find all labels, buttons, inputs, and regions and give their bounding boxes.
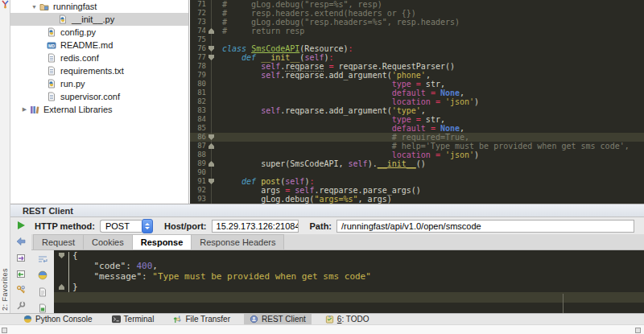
gutter-line[interactable]: 75 bbox=[190, 35, 217, 44]
tree-item-redis-conf[interactable]: redis.conf bbox=[10, 52, 188, 64]
fold-open-icon[interactable] bbox=[208, 55, 214, 60]
code-line[interactable] bbox=[68, 292, 644, 303]
code-line[interactable]: location = 'json') bbox=[217, 151, 644, 159]
fold-end-icon[interactable] bbox=[208, 28, 214, 34]
gutter-line[interactable] bbox=[54, 271, 68, 282]
gutter-line[interactable]: 89 bbox=[190, 159, 217, 168]
gutter-line[interactable]: 71 bbox=[190, 0, 217, 9]
code-line[interactable]: self.reqparse.add_argument('type', bbox=[217, 106, 644, 115]
code-line[interactable]: args = self.reqparse.parse_args() bbox=[217, 186, 644, 195]
gutter-line[interactable]: 84 bbox=[190, 115, 217, 124]
editor-code-area[interactable]: # gLog.debug("resp=%s", resp)# resp.head… bbox=[217, 0, 644, 204]
gutter-line[interactable]: 80 bbox=[190, 80, 217, 89]
response-splitter[interactable] bbox=[563, 294, 564, 313]
fold-end-icon[interactable] bbox=[208, 143, 214, 149]
code-line[interactable]: self.reqparse.add_argument('phone', bbox=[217, 71, 644, 80]
response-code-area[interactable]: {"code": 400,"message": "Type must be pr… bbox=[68, 250, 644, 313]
http-method-stepper-icon[interactable] bbox=[142, 219, 153, 233]
tree-item-supervisor-conf[interactable]: supervisor.conf bbox=[10, 90, 188, 103]
export-to-file-button[interactable] bbox=[38, 303, 48, 313]
gutter-line[interactable]: 90 bbox=[190, 168, 217, 177]
code-line[interactable]: # required=True, bbox=[217, 133, 644, 142]
code-line[interactable] bbox=[217, 35, 644, 44]
code-line[interactable]: super(SmsCodeAPI, self).__init__() bbox=[217, 159, 644, 168]
path-input[interactable]: /runningfast/api/v1.0/open/smscode bbox=[336, 220, 634, 233]
host-port-input[interactable]: 15.29.173.126:21084 bbox=[212, 220, 299, 233]
code-line[interactable]: # gLog.debug("resp.headers=%s", resp.hea… bbox=[217, 18, 644, 27]
open-in-browser-button[interactable] bbox=[38, 270, 48, 280]
gutter-line[interactable]: 81 bbox=[190, 89, 217, 97]
tab-response-headers[interactable]: Response Headers bbox=[191, 234, 284, 249]
code-line[interactable]: self.reqparse = reqparse.RequestParser() bbox=[217, 62, 644, 71]
hide-panels-icon[interactable] bbox=[635, 328, 641, 333]
code-line[interactable]: gLog.debug("args=%s", args) bbox=[217, 195, 644, 204]
toolwindow-tab-rest-client[interactable]: REST Client bbox=[244, 314, 312, 325]
tree-item-run-py[interactable]: run.py bbox=[10, 77, 188, 90]
code-line[interactable]: { bbox=[68, 250, 644, 261]
run-request-button[interactable] bbox=[16, 220, 27, 230]
settings-button[interactable] bbox=[16, 300, 27, 311]
gutter-line[interactable]: 72 bbox=[190, 9, 217, 18]
export-request-button[interactable] bbox=[16, 252, 27, 262]
soft-wrap-button[interactable] bbox=[38, 254, 48, 264]
fold-open-icon[interactable] bbox=[208, 179, 214, 184]
toolwindow-tab-6-todo[interactable]: 6: TODO bbox=[320, 314, 375, 325]
tree-item-external-libraries[interactable]: ▶External Libraries bbox=[10, 103, 188, 116]
code-line[interactable]: type = str, bbox=[217, 80, 644, 89]
tree-item-readme-md[interactable]: MDREADME.md bbox=[10, 39, 188, 52]
code-line[interactable]: # resp.headers.extend(headers or {}) bbox=[217, 9, 644, 18]
gutter-line[interactable]: 79 bbox=[190, 71, 217, 80]
code-line[interactable]: location = 'json') bbox=[217, 97, 644, 106]
code-line[interactable]: # help='Type must be provided when get s… bbox=[217, 142, 644, 151]
gutter-line[interactable]: 74 bbox=[190, 27, 217, 35]
gutter-line[interactable] bbox=[54, 292, 68, 303]
response-editor[interactable]: {"code": 400,"message": "Type must be pr… bbox=[54, 250, 644, 313]
code-line[interactable]: "code": 400, bbox=[68, 261, 644, 271]
gutter-line[interactable]: 91 bbox=[190, 177, 217, 186]
gutter-line[interactable]: 88 bbox=[190, 151, 217, 159]
collapse-arrow-icon[interactable]: ▶ bbox=[20, 106, 29, 113]
tab-response[interactable]: Response bbox=[132, 234, 192, 249]
tree-item-runningfast[interactable]: ▼runningfast bbox=[10, 0, 188, 13]
http-method-select[interactable]: POST bbox=[100, 219, 153, 233]
tree-item-requirements-txt[interactable]: requirements.txt bbox=[10, 64, 188, 77]
gutter-line[interactable]: 77 bbox=[190, 53, 217, 62]
gutter-line[interactable]: 92 bbox=[190, 186, 217, 195]
toolwindow-tab-python-console[interactable]: Python Console bbox=[18, 314, 98, 325]
code-line[interactable]: def post(self): bbox=[217, 177, 644, 186]
response-gutter[interactable] bbox=[54, 250, 68, 313]
code-line[interactable]: type = str, bbox=[217, 115, 644, 124]
fold-end-icon[interactable] bbox=[208, 161, 214, 167]
code-line[interactable]: # return resp bbox=[217, 27, 644, 35]
toolwindow-tab-terminal[interactable]: Terminal bbox=[106, 314, 160, 325]
gutter-line[interactable]: 86 bbox=[190, 133, 217, 142]
back-button[interactable] bbox=[16, 236, 27, 246]
gutter-line[interactable]: 93 bbox=[190, 195, 217, 204]
gutter-line[interactable] bbox=[54, 250, 68, 261]
auth-keys-button[interactable] bbox=[16, 284, 27, 295]
code-line[interactable]: default = None, bbox=[217, 124, 644, 133]
tree-item-config-py[interactable]: config.py bbox=[10, 26, 188, 39]
code-line[interactable]: class SmsCodeAPI(Resource): bbox=[217, 44, 644, 53]
gutter-line[interactable]: 78 bbox=[190, 62, 217, 71]
changes-filter-icon[interactable] bbox=[1, 0, 10, 9]
toolwindow-toggle-icon[interactable] bbox=[2, 328, 7, 333]
gutter-line[interactable]: 82 bbox=[190, 97, 217, 106]
editor-gutter[interactable]: 7172737475767778798081828384858687888990… bbox=[190, 0, 217, 204]
code-editor[interactable]: 7172737475767778798081828384858687888990… bbox=[190, 0, 644, 204]
gutter-line[interactable]: 85 bbox=[190, 124, 217, 133]
gutter-line[interactable]: 83 bbox=[190, 106, 217, 115]
tree-item--init-py[interactable]: __init__.py bbox=[10, 13, 188, 26]
view-document-button[interactable] bbox=[38, 287, 48, 297]
code-line[interactable]: default = None, bbox=[217, 89, 644, 97]
import-request-button[interactable] bbox=[16, 268, 27, 278]
gutter-line[interactable] bbox=[54, 282, 68, 292]
fold-open-icon[interactable] bbox=[208, 134, 214, 140]
tab-cookies[interactable]: Cookies bbox=[83, 234, 133, 249]
tab-request[interactable]: Request bbox=[33, 234, 84, 249]
code-line[interactable] bbox=[217, 168, 644, 177]
code-line[interactable]: def __init__(self): bbox=[217, 53, 644, 62]
code-line[interactable]: # gLog.debug("resp=%s", resp) bbox=[217, 0, 644, 9]
toolwindow-tab-file-transfer[interactable]: File Transfer bbox=[167, 314, 236, 325]
fold-open-icon[interactable] bbox=[208, 46, 214, 52]
